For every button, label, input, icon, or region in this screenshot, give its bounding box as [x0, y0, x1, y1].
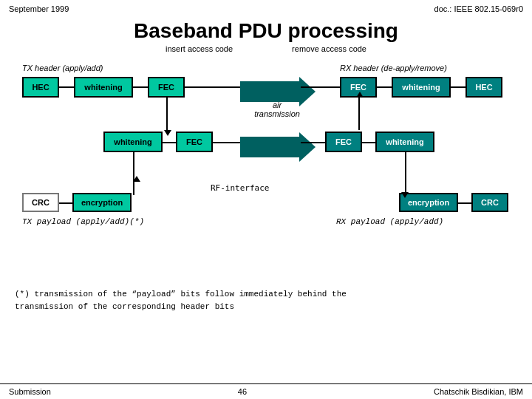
mid-tx-fec-box: FEC	[176, 132, 213, 152]
air-transmission-label: airtransmission	[244, 100, 310, 118]
arrow-hec-to-whitening	[59, 86, 74, 88]
page-title: Baseband PDU processing	[0, 19, 532, 43]
arrow-mid-air-rx-fec	[301, 142, 325, 143]
arrow-rx-whitening-to-hec	[451, 86, 466, 88]
arrow-crc-encryption	[59, 202, 72, 204]
mid-rx-whitening-box: whitening	[375, 132, 434, 152]
rx-hec-box: HEC	[466, 77, 502, 98]
mid-rx-fec-box: FEC	[325, 132, 362, 152]
tx-whitening-box: whitening	[74, 77, 133, 98]
rx-header-label: RX header (de-apply/remove)	[340, 64, 447, 72]
tx-header-label: TX header (apply/add)	[22, 64, 103, 72]
air-arrow-body	[240, 81, 299, 102]
tx-payload-label: TX payload (apply/add)(*)	[22, 217, 144, 226]
arrow-down-rx-enc	[401, 192, 409, 198]
mid-air-arrow-body	[240, 137, 299, 157]
footnote-line2: transmission of the corresponding header…	[15, 301, 517, 313]
page-number: 46	[238, 387, 247, 396]
arrow-mid-fec-air	[213, 142, 240, 143]
footnote-line1: (*) transmission of the “payload” bits f…	[15, 288, 517, 301]
document-header: September 1999 doc.: IEEE 802.15-069r0	[0, 0, 532, 15]
rx-payload-label: RX payload (apply/add)	[336, 217, 443, 226]
date-label: September 1999	[9, 4, 69, 13]
remove-label: remove access code	[292, 44, 366, 53]
tx-hec-box: HEC	[22, 77, 59, 98]
rx-whitening-box: whitening	[392, 77, 451, 98]
bottom-bar: Submission 46 Chatschik Bisdikian, IBM	[0, 383, 532, 399]
diagram-area: TX header (apply/add) RX header (de-appl…	[0, 56, 532, 285]
tx-fec-box: FEC	[148, 77, 185, 98]
submission-label: Submission	[9, 387, 51, 396]
tx-encryption-box: encryption	[72, 193, 132, 212]
arrow-tx-down	[166, 98, 168, 130]
author-label: Chatschik Bisdikian, IBM	[434, 387, 523, 396]
rf-interface-label: RF-interface	[211, 183, 269, 193]
mid-air-arrow	[240, 132, 316, 162]
arrow-rx-up	[358, 98, 360, 130]
doc-ref-label: doc.: IEEE 802.15-069r0	[434, 4, 523, 13]
arrow-rx-enc-crc	[458, 202, 471, 204]
footnote-section: (*) transmission of the “payload” bits f…	[0, 285, 532, 316]
vert-enc-whitening	[133, 180, 134, 195]
arrow-air-to-rx-fec	[301, 86, 340, 88]
mid-air-arrow-head	[299, 132, 316, 162]
insert-label: insert access code	[166, 44, 233, 53]
mid-tx-whitening-box: whitening	[103, 132, 163, 152]
arrow-whitening-to-fec	[133, 86, 148, 88]
title-section: Baseband PDU processing insert access co…	[0, 15, 532, 56]
footnote: (*) transmission of the “payload” bits f…	[15, 288, 517, 313]
tx-crc-box: CRC	[22, 193, 59, 212]
arrow-mid-whitening-fec	[163, 142, 176, 143]
arrow-mid-rx-fec-whitening	[362, 142, 375, 143]
subtitle-row: insert access code remove access code	[0, 44, 532, 53]
arrow-up-enc	[133, 176, 140, 182]
rx-crc-box: CRC	[471, 193, 508, 212]
arrow-tx-fec-to-air	[185, 86, 240, 88]
arrow-rx-fec-to-whitening	[377, 86, 392, 88]
